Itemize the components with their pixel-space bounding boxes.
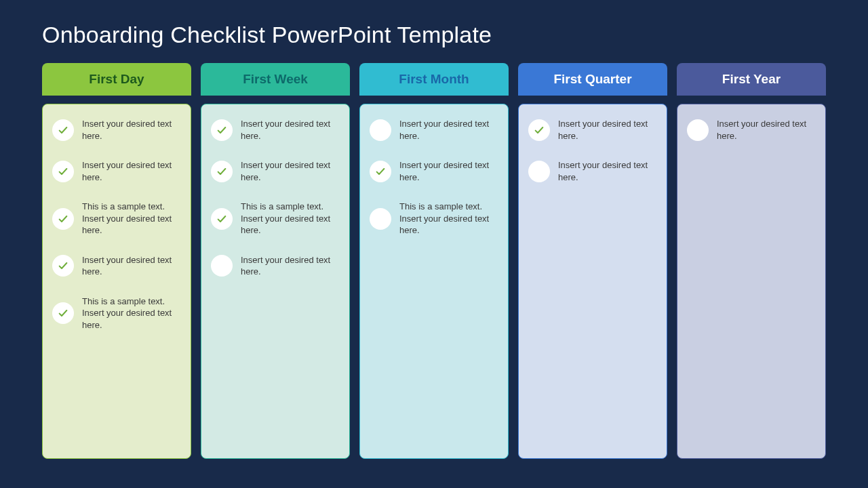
- bullet-icon: [370, 208, 391, 230]
- list-item: Insert your desired text here.: [211, 118, 340, 142]
- column-1: First WeekInsert your desired text here.…: [201, 63, 350, 459]
- list-item: Insert your desired text here.: [52, 118, 181, 142]
- column-body: Insert your desired text here.Insert you…: [359, 104, 509, 459]
- item-text: This is a sample text. Insert your desir…: [82, 296, 181, 331]
- bullet-icon: [687, 119, 709, 141]
- column-3: First QuarterInsert your desired text he…: [518, 63, 667, 459]
- check-icon: [52, 208, 74, 230]
- item-text: This is a sample text. Insert your desir…: [241, 201, 340, 237]
- column-body: Insert your desired text here.Insert you…: [518, 104, 667, 459]
- list-item: Insert your desired text here.: [52, 159, 181, 183]
- column-2: First MonthInsert your desired text here…: [359, 63, 509, 459]
- check-icon: [52, 161, 74, 182]
- item-text: Insert your desired text here.: [82, 159, 181, 183]
- page-title: Onboarding Checklist PowerPoint Template: [42, 22, 826, 48]
- column-0: First DayInsert your desired text here.I…: [42, 63, 191, 459]
- list-item: Insert your desired text here.: [370, 118, 498, 142]
- column-header: First Day: [42, 63, 191, 96]
- check-icon: [52, 302, 74, 324]
- bullet-icon: [370, 119, 391, 141]
- item-text: Insert your desired text here.: [241, 118, 340, 142]
- check-icon: [211, 208, 233, 230]
- check-icon: [52, 255, 74, 277]
- column-header: First Year: [677, 63, 826, 96]
- check-icon: [52, 119, 74, 141]
- list-item: This is a sample text. Insert your desir…: [370, 201, 498, 237]
- item-text: This is a sample text. Insert your desir…: [399, 201, 498, 237]
- item-text: Insert your desired text here.: [558, 118, 657, 142]
- slide: Onboarding Checklist PowerPoint Template…: [0, 0, 868, 488]
- column-body: Insert your desired text here.Insert you…: [201, 104, 350, 459]
- column-header: First Week: [201, 63, 350, 96]
- list-item: Insert your desired text here.: [211, 254, 340, 278]
- column-header: First Quarter: [518, 63, 667, 96]
- item-text: Insert your desired text here.: [241, 159, 340, 183]
- column-body: Insert your desired text here.: [677, 104, 826, 459]
- checklist-columns: First DayInsert your desired text here.I…: [42, 63, 826, 459]
- item-text: Insert your desired text here.: [717, 118, 816, 142]
- list-item: Insert your desired text here.: [687, 118, 816, 142]
- item-text: Insert your desired text here.: [399, 159, 498, 183]
- item-text: Insert your desired text here.: [399, 118, 498, 142]
- column-body: Insert your desired text here.Insert you…: [42, 104, 191, 459]
- list-item: This is a sample text. Insert your desir…: [52, 296, 181, 331]
- check-icon: [528, 119, 550, 141]
- check-icon: [211, 161, 233, 182]
- list-item: This is a sample text. Insert your desir…: [211, 201, 340, 237]
- list-item: Insert your desired text here.: [528, 118, 657, 142]
- item-text: Insert your desired text here.: [241, 254, 340, 278]
- column-header: First Month: [359, 63, 509, 96]
- list-item: Insert your desired text here.: [52, 254, 181, 278]
- column-4: First YearInsert your desired text here.: [677, 63, 826, 459]
- item-text: Insert your desired text here.: [82, 118, 181, 142]
- item-text: This is a sample text. Insert your desir…: [82, 201, 181, 237]
- bullet-icon: [528, 161, 550, 182]
- item-text: Insert your desired text here.: [82, 254, 181, 278]
- list-item: Insert your desired text here.: [370, 159, 498, 183]
- item-text: Insert your desired text here.: [558, 159, 657, 183]
- bullet-icon: [211, 255, 233, 277]
- check-icon: [370, 161, 391, 182]
- check-icon: [211, 119, 233, 141]
- list-item: This is a sample text. Insert your desir…: [52, 201, 181, 237]
- list-item: Insert your desired text here.: [211, 159, 340, 183]
- list-item: Insert your desired text here.: [528, 159, 657, 183]
